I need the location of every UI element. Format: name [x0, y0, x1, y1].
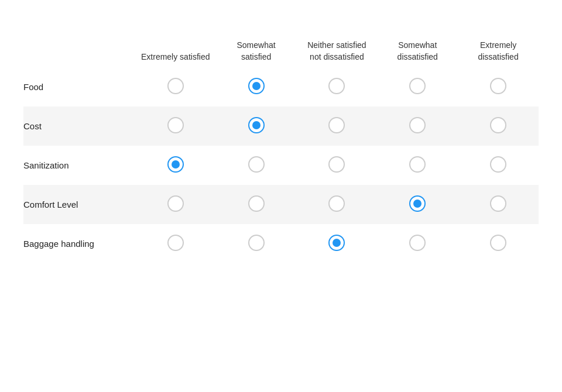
- table-row: Comfort Level: [23, 185, 539, 224]
- radio-cell-food-extremely-dissatisfied[interactable]: [458, 67, 539, 106]
- radio-baggage-handling-extremely-dissatisfied[interactable]: [490, 235, 506, 251]
- radio-cost-somewhat-dissatisfied[interactable]: [409, 117, 426, 133]
- radio-cell-sanitization-extremely-satisfied[interactable]: [135, 146, 216, 185]
- row-label-cost: Cost: [23, 106, 135, 146]
- survey-table: Extremely satisfiedSomewhat satisfiedNei…: [23, 35, 539, 263]
- radio-sanitization-somewhat-satisfied[interactable]: [248, 156, 265, 173]
- radio-baggage-handling-extremely-satisfied[interactable]: [167, 235, 184, 251]
- table-row: Food: [23, 67, 539, 106]
- radio-comfort-level-somewhat-dissatisfied[interactable]: [409, 195, 426, 212]
- radio-sanitization-extremely-dissatisfied[interactable]: [490, 156, 506, 173]
- radio-sanitization-extremely-satisfied[interactable]: [167, 156, 184, 173]
- col-header-somewhat-satisfied: Somewhat satisfied: [216, 35, 297, 67]
- radio-cell-comfort-level-extremely-satisfied[interactable]: [135, 185, 216, 224]
- radio-food-somewhat-satisfied[interactable]: [248, 78, 265, 94]
- row-label-food: Food: [23, 67, 135, 106]
- radio-cell-baggage-handling-extremely-satisfied[interactable]: [135, 224, 216, 263]
- table-row: Sanitization: [23, 146, 539, 185]
- radio-cell-cost-somewhat-satisfied[interactable]: [216, 106, 297, 146]
- radio-cell-cost-extremely-satisfied[interactable]: [135, 106, 216, 146]
- radio-cell-cost-neither[interactable]: [296, 106, 377, 146]
- radio-cost-extremely-satisfied[interactable]: [167, 117, 184, 133]
- radio-comfort-level-neither[interactable]: [328, 195, 345, 212]
- radio-food-neither[interactable]: [328, 78, 345, 94]
- radio-comfort-level-somewhat-satisfied[interactable]: [248, 195, 265, 212]
- radio-cell-food-somewhat-satisfied[interactable]: [216, 67, 297, 106]
- radio-cell-sanitization-somewhat-dissatisfied[interactable]: [377, 146, 458, 185]
- radio-cell-cost-somewhat-dissatisfied[interactable]: [377, 106, 458, 146]
- row-label-sanitization: Sanitization: [23, 146, 135, 185]
- table-row: Baggage handling: [23, 224, 539, 263]
- radio-comfort-level-extremely-dissatisfied[interactable]: [490, 195, 506, 212]
- radio-food-somewhat-dissatisfied[interactable]: [409, 78, 426, 94]
- radio-cell-comfort-level-somewhat-dissatisfied[interactable]: [377, 185, 458, 224]
- radio-sanitization-neither[interactable]: [328, 156, 345, 173]
- radio-cell-baggage-handling-somewhat-dissatisfied[interactable]: [377, 224, 458, 263]
- radio-cell-comfort-level-somewhat-satisfied[interactable]: [216, 185, 297, 224]
- radio-food-extremely-dissatisfied[interactable]: [490, 78, 506, 94]
- radio-baggage-handling-somewhat-dissatisfied[interactable]: [409, 235, 426, 251]
- radio-cost-somewhat-satisfied[interactable]: [248, 117, 265, 133]
- radio-cell-baggage-handling-extremely-dissatisfied[interactable]: [458, 224, 539, 263]
- radio-cell-sanitization-somewhat-satisfied[interactable]: [216, 146, 297, 185]
- radio-food-extremely-satisfied[interactable]: [167, 78, 184, 94]
- radio-cell-comfort-level-extremely-dissatisfied[interactable]: [458, 185, 539, 224]
- radio-cell-comfort-level-neither[interactable]: [296, 185, 377, 224]
- radio-cell-sanitization-extremely-dissatisfied[interactable]: [458, 146, 539, 185]
- radio-cell-food-somewhat-dissatisfied[interactable]: [377, 67, 458, 106]
- radio-comfort-level-extremely-satisfied[interactable]: [167, 195, 184, 212]
- row-label-baggage-handling: Baggage handling: [23, 224, 135, 263]
- radio-cell-food-extremely-satisfied[interactable]: [135, 67, 216, 106]
- radio-cell-cost-extremely-dissatisfied[interactable]: [458, 106, 539, 146]
- radio-cell-baggage-handling-somewhat-satisfied[interactable]: [216, 224, 297, 263]
- col-header-extremely-dissatisfied: Extremely dissatisfied: [458, 35, 539, 67]
- radio-cell-baggage-handling-neither[interactable]: [296, 224, 377, 263]
- col-header-neither: Neither satisfied not dissatisfied: [296, 35, 377, 67]
- radio-baggage-handling-neither[interactable]: [328, 235, 345, 251]
- radio-baggage-handling-somewhat-satisfied[interactable]: [248, 235, 265, 251]
- col-header-extremely-satisfied: Extremely satisfied: [135, 35, 216, 67]
- col-header-empty: [23, 35, 135, 67]
- radio-cost-extremely-dissatisfied[interactable]: [490, 117, 506, 133]
- row-label-comfort-level: Comfort Level: [23, 185, 135, 224]
- radio-cost-neither[interactable]: [328, 117, 345, 133]
- radio-sanitization-somewhat-dissatisfied[interactable]: [409, 156, 426, 173]
- col-header-somewhat-dissatisfied: Somewhat dissatisfied: [377, 35, 458, 67]
- table-row: Cost: [23, 106, 539, 146]
- radio-cell-sanitization-neither[interactable]: [296, 146, 377, 185]
- radio-cell-food-neither[interactable]: [296, 67, 377, 106]
